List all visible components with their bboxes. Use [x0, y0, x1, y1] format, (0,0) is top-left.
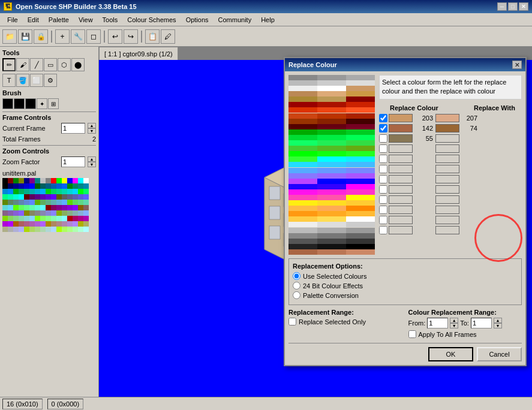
palette-cell[interactable] [46, 205, 51, 210]
palette-cell[interactable] [29, 183, 35, 189]
maximize-btn[interactable]: □ [508, 2, 518, 11]
palette-cell[interactable] [62, 189, 67, 194]
palette-cell[interactable] [8, 216, 13, 221]
palette-cell[interactable] [29, 189, 35, 194]
replace-colour-box[interactable] [389, 114, 413, 122]
menu-view[interactable]: View [74, 15, 98, 25]
palette-cell[interactable] [56, 194, 62, 200]
dialog-palette-cell[interactable] [346, 179, 375, 184]
replace-with-box[interactable] [435, 124, 459, 132]
palette-cell[interactable] [35, 205, 40, 210]
dialog-palette-cell[interactable] [288, 135, 317, 140]
dialog-palette-cell[interactable] [317, 239, 346, 244]
tool-fill[interactable]: 🪣 [16, 74, 29, 87]
palette-cell[interactable] [19, 178, 24, 183]
palette-cell[interactable] [83, 205, 89, 210]
palette-cell[interactable] [40, 210, 46, 216]
palette-cell[interactable] [35, 200, 40, 205]
palette-cell[interactable] [46, 178, 51, 183]
palette-cell[interactable] [24, 205, 29, 210]
palette-cell[interactable] [19, 227, 24, 232]
dialog-palette-cell[interactable] [346, 222, 375, 227]
palette-cell[interactable] [40, 200, 46, 205]
replace-with-box[interactable] [435, 195, 459, 204]
palette-cell[interactable] [40, 183, 46, 189]
radio-palette-input[interactable] [293, 291, 300, 299]
dialog-palette-cell[interactable] [317, 244, 346, 249]
palette-cell[interactable] [19, 183, 24, 189]
dialog-palette-cell[interactable] [346, 162, 375, 167]
palette-cell[interactable] [24, 200, 29, 205]
palette-cell[interactable] [13, 210, 19, 216]
dialog-palette-cell[interactable] [346, 244, 375, 249]
dialog-palette-cell[interactable] [317, 173, 346, 179]
dialog-palette-cell[interactable] [288, 173, 317, 179]
tool-line[interactable]: ╱ [30, 58, 43, 71]
replace-row-check[interactable] [379, 175, 387, 183]
new-btn[interactable]: 📁 [2, 29, 17, 44]
dialog-palette-cell[interactable] [346, 119, 375, 124]
palette-cell[interactable] [35, 210, 40, 216]
palette-cell[interactable] [83, 183, 89, 189]
dialog-palette-cell[interactable] [317, 102, 346, 107]
from-up[interactable]: ▲ [450, 318, 458, 323]
replace-row-check[interactable] [379, 185, 387, 194]
dialog-palette-cell[interactable] [346, 216, 375, 222]
dialog-palette-cell[interactable] [288, 86, 317, 91]
dialog-palette-cell[interactable] [317, 184, 346, 189]
dialog-palette-cell[interactable] [317, 91, 346, 97]
palette-cell[interactable] [19, 221, 24, 227]
replace-row-check[interactable] [379, 206, 387, 214]
replace-colour-box[interactable] [389, 165, 413, 173]
to-spin[interactable]: ▲ ▼ [494, 318, 502, 328]
brush-cross[interactable]: ✦ [37, 98, 47, 109]
palette-cell[interactable] [19, 200, 24, 205]
palette-cell[interactable] [46, 210, 51, 216]
replace-selected-check[interactable] [288, 318, 296, 325]
replace-row-check[interactable] [379, 216, 387, 224]
palette-cell[interactable] [35, 194, 40, 200]
replace-with-box[interactable] [435, 114, 459, 122]
brush-small[interactable] [2, 98, 13, 109]
radio-24bit-input[interactable] [293, 282, 300, 290]
palette-cell[interactable] [19, 205, 24, 210]
palette-grid[interactable] [2, 178, 96, 232]
palette-cell[interactable] [46, 194, 51, 200]
replace-with-box[interactable] [435, 185, 459, 194]
palette-cell[interactable] [78, 189, 83, 194]
menu-tools[interactable]: Tools [98, 15, 123, 25]
to-down[interactable]: ▼ [494, 323, 502, 328]
palette-cell[interactable] [62, 178, 67, 183]
add-btn[interactable]: + [55, 29, 70, 44]
current-frame-input[interactable] [61, 123, 85, 134]
palette-cell[interactable] [62, 210, 67, 216]
palette-cell[interactable] [78, 183, 83, 189]
dialog-palette-cell[interactable] [288, 228, 317, 233]
palette-cell[interactable] [35, 216, 40, 221]
palette-cell[interactable] [19, 216, 24, 221]
menu-file[interactable]: File [2, 15, 23, 25]
tool-hex[interactable]: ⬡ [58, 58, 71, 71]
palette-cell[interactable] [13, 221, 19, 227]
dialog-palette-cell[interactable] [346, 206, 375, 211]
dialog-palette-cell[interactable] [346, 228, 375, 233]
palette-cell[interactable] [73, 216, 78, 221]
dialog-palette-cell[interactable] [346, 195, 375, 200]
palette-cell[interactable] [40, 194, 46, 200]
palette-cell[interactable] [78, 210, 83, 216]
tools-btn[interactable]: 🔧 [71, 29, 85, 44]
palette-cell[interactable] [40, 178, 46, 183]
palette-cell[interactable] [62, 194, 67, 200]
palette-cell[interactable] [67, 205, 73, 210]
current-frame-spin[interactable]: ▲ ▼ [88, 123, 96, 134]
brush-large[interactable] [25, 98, 36, 109]
replace-row-check[interactable] [379, 144, 387, 153]
palette-cell[interactable] [13, 189, 19, 194]
undo-btn[interactable]: ↩ [108, 29, 122, 44]
palette-cell[interactable] [73, 194, 78, 200]
palette-cell[interactable] [73, 178, 78, 183]
palette-cell[interactable] [8, 183, 13, 189]
apply-all-check[interactable] [408, 330, 416, 338]
palette-cell[interactable] [13, 216, 19, 221]
palette-cell[interactable] [67, 183, 73, 189]
